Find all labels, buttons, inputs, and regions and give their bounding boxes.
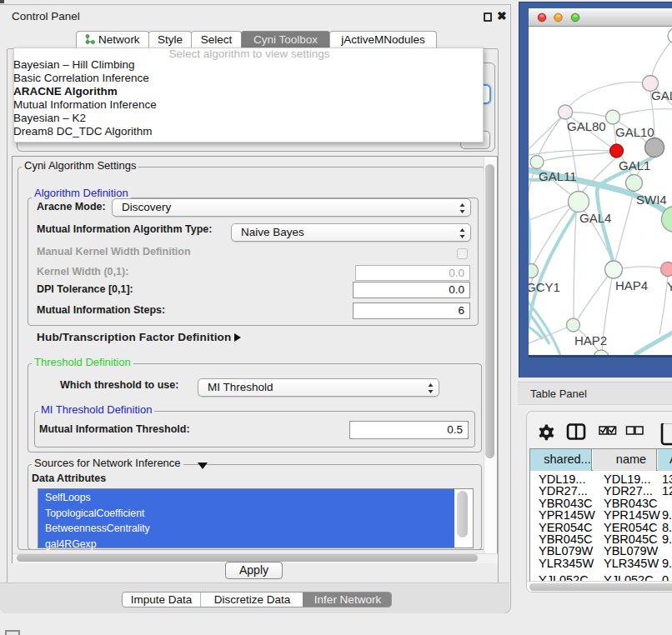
svg-text:HAP2: HAP2 [574, 333, 607, 348]
svg-text:GAL11: GAL11 [539, 169, 577, 183]
svg-text:GAL1: GAL1 [619, 158, 650, 172]
svg-text:HAP4: HAP4 [615, 278, 648, 292]
svg-text:Y: Y [667, 279, 672, 293]
svg-text:GCY1: GCY1 [529, 280, 560, 294]
svg-text:GAL2: GAL2 [651, 88, 672, 102]
svg-text:GAL10: GAL10 [615, 125, 654, 139]
svg-text:GAL4: GAL4 [579, 211, 611, 225]
svg-text:GAL80: GAL80 [567, 119, 606, 133]
svg-text:SWI4: SWI4 [636, 192, 667, 207]
